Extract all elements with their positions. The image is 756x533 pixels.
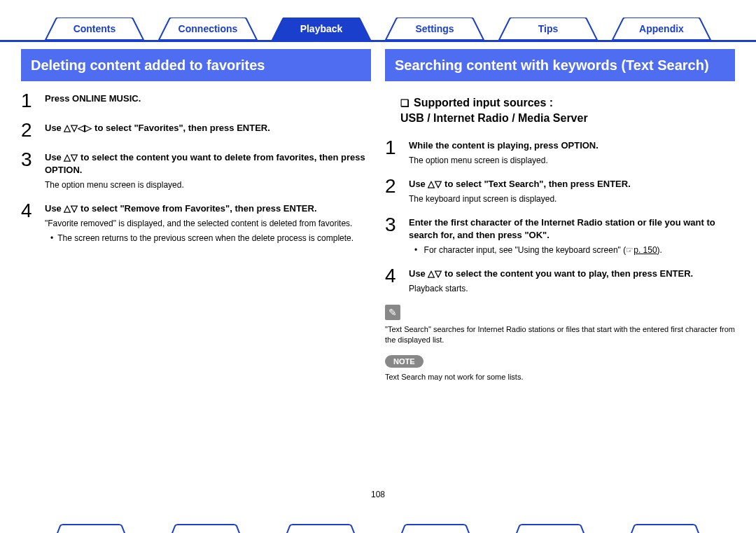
step-text: Use △▽◁▷ to select "Favorites", then pre… [45,122,371,134]
step-text: Use △▽ to select "Text Search", then pre… [409,178,735,191]
step-4-right: 4 Use △▽ to select the content you want … [385,266,735,295]
page-number: 108 [0,490,756,499]
footer-item-2[interactable] [164,523,248,533]
step-3-left: 3 Use △▽ to select the content you want … [21,150,371,191]
step-number: 3 [385,215,409,235]
tab-appendix[interactable]: Appendix [609,18,714,40]
section-title-right: Searching content with keywords (Text Se… [385,49,735,81]
step-4-left: 4 Use △▽ to select "Remove from Favorite… [21,201,371,244]
tab-label: Contents [74,23,116,34]
step-1-left: 1 Press ONLINE MUSIC. [21,91,371,111]
step-bullet: The screen returns to the previous scree… [45,233,371,244]
sub-label: Supported input sources : [414,97,553,109]
content-columns: Deleting content added to favorites 1 Pr… [0,42,756,391]
step-text: Use △▽ to select "Remove from Favorites"… [45,202,371,215]
section-title-left: Deleting content added to favorites [21,49,371,81]
step-number: 4 [385,266,409,286]
tab-contents[interactable]: Contents [42,18,147,40]
footer-item-4[interactable] [393,523,477,533]
step-text: Enter the first character of the Interne… [409,216,735,242]
step-number: 3 [21,150,45,169]
step-bullet: For character input, see "Using the keyb… [409,244,735,256]
supported-sources: ❏Supported input sources : USB / Interne… [385,91,735,131]
step-2-right: 2 Use △▽ to select "Text Search", then p… [385,176,735,205]
step-subtext: "Favorite removed" is displayed, and the… [45,218,371,230]
step-1-right: 1 While the content is playing, press OP… [385,138,735,167]
footer-nav [0,505,756,533]
tab-label: Settings [415,23,454,34]
step-number: 4 [21,201,45,221]
step-3-right: 3 Enter the first character of the Inter… [385,215,735,256]
tab-playback[interactable]: Playback [269,18,374,40]
footer-item-1[interactable] [49,523,133,533]
step-number: 2 [21,120,45,140]
footer-item-5[interactable] [508,523,592,533]
tab-settings[interactable]: Settings [382,18,487,40]
step-2-left: 2 Use △▽◁▷ to select "Favorites", then p… [21,120,371,140]
step-subtext: The option menu screen is displayed. [45,179,371,191]
note-badge: NOTE [385,355,424,368]
pencil-icon: ✎ [385,305,400,320]
square-bullet-icon: ❏ [400,97,410,109]
step-subtext: Playback starts. [409,283,735,295]
step-number: 1 [21,91,45,111]
footer-item-3[interactable] [279,523,363,533]
step-subtext: The keyboard input screen is displayed. [409,193,735,205]
step-subtext: The option menu screen is displayed. [409,155,735,167]
tab-connections[interactable]: Connections [155,18,260,40]
step-text: Use △▽ to select the content you want to… [45,151,371,176]
tab-label: Appendix [639,23,684,34]
page-link[interactable]: p. 150 [634,245,657,255]
step-text: While the content is playing, press OPTI… [409,139,735,152]
step-text: Use △▽ to select the content you want to… [409,268,735,280]
nav-tabs: Contents Connections Playback Settings T… [0,0,756,42]
tab-label: Tips [538,23,559,34]
note-text: Text Search may not work for some lists. [385,372,735,382]
right-column: Searching content with keywords (Text Se… [385,49,735,391]
tip-text: "Text Search" searches for Internet Radi… [385,324,735,346]
tab-label: Connections [178,23,238,34]
step-number: 2 [385,176,409,196]
left-column: Deleting content added to favorites 1 Pr… [21,49,371,391]
tab-tips[interactable]: Tips [496,18,601,40]
step-text: Press ONLINE MUSIC. [45,92,371,105]
footer-item-6[interactable] [623,523,707,533]
step-number: 1 [385,138,409,158]
sub-value: USB / Internet Radio / Media Server [400,112,588,124]
tab-label: Playback [300,23,343,34]
